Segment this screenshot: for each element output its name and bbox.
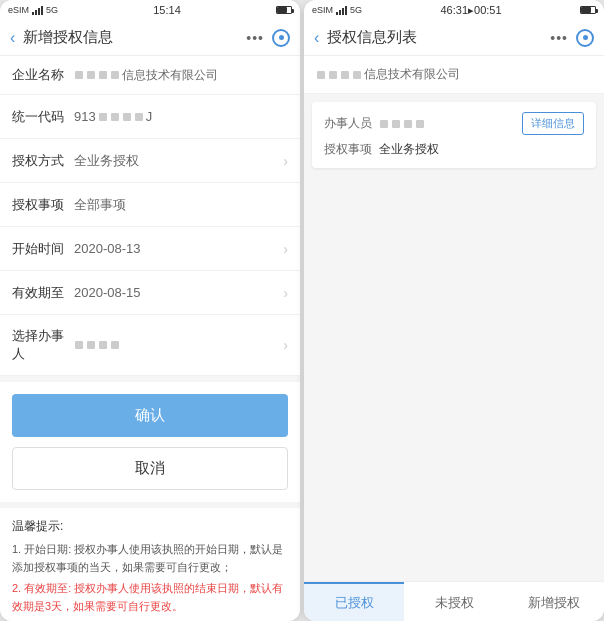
left-status-bar: eSIM 5G 15:14 xyxy=(0,0,300,20)
unified-code-value: 913 J xyxy=(74,109,288,124)
right-company-mask3 xyxy=(341,71,349,79)
agent-card-mask1 xyxy=(380,120,388,128)
start-time-row[interactable]: 开始时间 2020-08-13 › xyxy=(0,227,300,271)
left-signal-text: eSIM xyxy=(8,5,29,15)
right-content: 办事人员 详细信息 授权事项 全业务授权 xyxy=(304,94,604,581)
right-target-icon[interactable] xyxy=(576,29,594,47)
card-agent-value xyxy=(379,120,522,128)
right-status-right xyxy=(580,6,596,14)
right-signal-bars xyxy=(336,5,347,15)
right-company-header: 信息技术有限公司 xyxy=(304,56,604,94)
auth-list-card: 办事人员 详细信息 授权事项 全业务授权 xyxy=(312,102,596,168)
left-content: 企业名称 信息技术有限公司 统一代码 913 J 授权方式 xyxy=(0,56,300,621)
left-header-actions: ••• xyxy=(246,29,290,47)
tab-new-auth[interactable]: 新增授权 xyxy=(504,582,604,621)
agent-card-mask2 xyxy=(392,120,400,128)
tab-unauthorized[interactable]: 未授权 xyxy=(404,582,504,621)
right-page-title: 授权信息列表 xyxy=(327,28,542,47)
tips-item2: 2. 有效期至: 授权办事人使用该执照的结束日期，默认有效期是3天，如果需要可自… xyxy=(12,580,288,615)
left-battery-fill xyxy=(277,7,287,13)
detail-button[interactable]: 详细信息 xyxy=(522,112,584,135)
right-company-suffix: 信息技术有限公司 xyxy=(364,66,460,83)
left-status-right xyxy=(276,6,292,14)
company-suffix: 信息技术有限公司 xyxy=(122,67,218,84)
card-auth-row: 授权事项 全业务授权 xyxy=(324,141,584,158)
auth-items-label: 授权事项 xyxy=(12,196,74,214)
tab-new-auth-label: 新增授权 xyxy=(528,594,580,612)
auth-items-row[interactable]: 授权事项 全部事项 xyxy=(0,183,300,227)
valid-until-row[interactable]: 有效期至 2020-08-15 › xyxy=(0,271,300,315)
tab-authorized-label: 已授权 xyxy=(335,594,374,612)
left-signal-bars xyxy=(32,5,43,15)
valid-until-value: 2020-08-15 xyxy=(74,285,283,300)
agent-value xyxy=(74,341,283,349)
card-agent-row: 办事人员 详细信息 xyxy=(324,112,584,135)
mask3 xyxy=(99,71,107,79)
agent-row[interactable]: 选择办事人 › xyxy=(0,315,300,376)
left-page-title: 新增授权信息 xyxy=(23,28,238,47)
left-header: ‹ 新增授权信息 ••• xyxy=(0,20,300,56)
auth-method-label: 授权方式 xyxy=(12,152,74,170)
tab-authorized[interactable]: 已授权 xyxy=(304,582,404,621)
agent-mask4 xyxy=(111,341,119,349)
unified-code-label: 统一代码 xyxy=(12,108,74,126)
right-phone: eSIM 5G 46:31▸00:51 ‹ 授权信息列表 ••• xyxy=(304,0,604,621)
right-company-mask1 xyxy=(317,71,325,79)
tips-item1: 1. 开始日期: 授权办事人使用该执照的开始日期，默认是添加授权事项的当天，如果… xyxy=(12,541,288,576)
right-signal-text: eSIM xyxy=(312,5,333,15)
company-value: 信息技术有限公司 xyxy=(74,67,218,84)
unified-code-row: 统一代码 913 J xyxy=(0,95,300,139)
left-menu-button[interactable]: ••• xyxy=(246,30,264,46)
agent-mask2 xyxy=(87,341,95,349)
left-back-button[interactable]: ‹ xyxy=(10,29,15,47)
code-mask3 xyxy=(123,113,131,121)
start-time-label: 开始时间 xyxy=(12,240,74,258)
auth-method-row[interactable]: 授权方式 全业务授权 › xyxy=(0,139,300,183)
unified-code-prefix: 913 xyxy=(74,109,96,124)
right-company-mask4 xyxy=(353,71,361,79)
bottom-tabs: 已授权 未授权 新增授权 xyxy=(304,581,604,621)
right-company-mask2 xyxy=(329,71,337,79)
tips-title: 温馨提示: xyxy=(12,518,288,535)
card-agent-label: 办事人员 xyxy=(324,115,379,132)
right-header: ‹ 授权信息列表 ••• xyxy=(304,20,604,56)
confirm-button[interactable]: 确认 xyxy=(12,394,288,437)
start-time-value: 2020-08-13 xyxy=(74,241,283,256)
mask4 xyxy=(111,71,119,79)
agent-chevron: › xyxy=(283,337,288,353)
agent-mask3 xyxy=(99,341,107,349)
company-name-row: 企业名称 信息技术有限公司 xyxy=(0,56,300,95)
code-mask2 xyxy=(111,113,119,121)
left-network: 5G xyxy=(46,5,58,15)
right-menu-button[interactable]: ••• xyxy=(550,30,568,46)
auth-items-value: 全部事项 xyxy=(74,196,288,214)
left-target-icon[interactable] xyxy=(272,29,290,47)
start-time-chevron: › xyxy=(283,241,288,257)
right-status-bar: eSIM 5G 46:31▸00:51 xyxy=(304,0,604,20)
mask2 xyxy=(87,71,95,79)
cancel-button[interactable]: 取消 xyxy=(12,447,288,490)
auth-method-value: 全业务授权 xyxy=(74,152,283,170)
right-battery-fill xyxy=(581,7,591,13)
right-back-button[interactable]: ‹ xyxy=(314,29,319,47)
left-battery-icon xyxy=(276,6,292,14)
valid-until-chevron: › xyxy=(283,285,288,301)
auth-method-chevron: › xyxy=(283,153,288,169)
left-status-left: eSIM 5G xyxy=(8,5,58,15)
right-time: 46:31▸00:51 xyxy=(440,4,501,17)
valid-until-label: 有效期至 xyxy=(12,284,74,302)
left-time: 15:14 xyxy=(153,4,181,16)
code-mask4 xyxy=(135,113,143,121)
right-battery-icon xyxy=(580,6,596,14)
tab-unauthorized-label: 未授权 xyxy=(435,594,474,612)
right-network: 5G xyxy=(350,5,362,15)
right-header-actions: ••• xyxy=(550,29,594,47)
mask1 xyxy=(75,71,83,79)
right-status-left: eSIM 5G xyxy=(312,5,362,15)
action-section: 确认 取消 xyxy=(0,376,300,502)
agent-label: 选择办事人 xyxy=(12,327,74,363)
card-auth-label: 授权事项 xyxy=(324,141,379,158)
left-phone: eSIM 5G 15:14 ‹ 新增授权信息 ••• 企业名称 xyxy=(0,0,300,621)
unified-code-suffix: J xyxy=(146,109,153,124)
agent-mask1 xyxy=(75,341,83,349)
